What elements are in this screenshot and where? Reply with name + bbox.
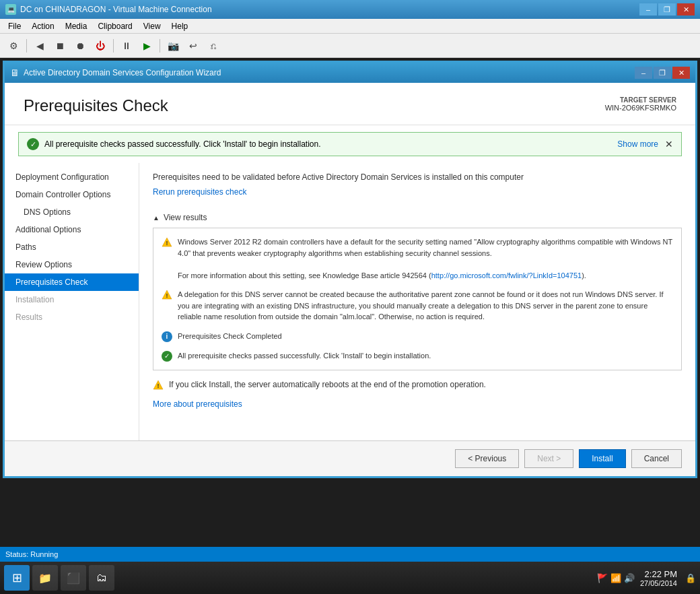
result-text-success: All prerequisite checks passed successfu… xyxy=(178,350,673,362)
svg-text:!: ! xyxy=(166,240,168,246)
tray-network-icon[interactable]: 📶 xyxy=(610,573,621,583)
warning-icon-2: ! xyxy=(162,290,172,300)
wizard-container: 🖥 Active Directory Domain Services Confi… xyxy=(3,61,697,478)
wizard-close-button[interactable]: ✕ xyxy=(672,67,690,79)
vm-icon: 💻 xyxy=(5,4,16,15)
result-item-warning-1: ! Windows Server 2012 R2 domain controll… xyxy=(162,236,673,281)
result-text-warning-2: A delegation for this DNS server cannot … xyxy=(178,289,673,323)
tool-revert[interactable]: ⎌ xyxy=(204,36,223,55)
system-tray: 🚩 📶 🔊 xyxy=(597,573,635,583)
info-icon: i xyxy=(162,331,172,342)
chevron-icon: ▲ xyxy=(153,214,160,222)
tray-volume-icon[interactable]: 🔊 xyxy=(624,573,635,583)
bottom-warning: ! If you click Install, the server autom… xyxy=(153,380,682,393)
target-server-name: WIN-2O69KFSRMKO xyxy=(605,104,676,112)
cancel-button[interactable]: Cancel xyxy=(631,449,682,468)
tool-snapshot[interactable]: 📷 xyxy=(164,36,182,55)
taskbar: ⊞ 📁 ⬛ 🗂 🚩 📶 🔊 2:22 PM 27/05/2014 🔒 xyxy=(0,562,700,594)
previous-button[interactable]: < Previous xyxy=(455,449,519,468)
rerun-link[interactable]: Rerun prerequisites check xyxy=(153,187,246,197)
nav-deployment-config[interactable]: Deployment Configuration xyxy=(5,168,139,186)
bottom-warning-text: If you click Install, the server automat… xyxy=(169,380,486,389)
tool-undo[interactable]: ↩ xyxy=(184,36,203,55)
vm-restore-button[interactable]: ❐ xyxy=(658,3,676,15)
tool-pause[interactable]: ⏸ xyxy=(117,36,136,55)
tool-stop[interactable]: ⏹ xyxy=(50,36,69,55)
install-button[interactable]: Install xyxy=(579,449,625,468)
warning-icon-1: ! xyxy=(162,237,172,248)
target-server-info: TARGET SERVER WIN-2O69KFSRMKO xyxy=(605,96,676,112)
tool-play[interactable]: ▶ xyxy=(137,36,156,55)
page-title: Prerequisites Check xyxy=(24,96,168,115)
alert-message: All prerequisite checks passed successfu… xyxy=(44,139,321,149)
alert-check-icon: ✓ xyxy=(27,138,39,150)
toolbar-separator-1 xyxy=(26,39,27,53)
content-area: Deployment Configuration Domain Controll… xyxy=(5,163,695,440)
nav-review-options[interactable]: Review Options xyxy=(5,256,139,273)
taskbar-folder-icon[interactable]: 🗂 xyxy=(89,565,114,591)
clock-time: 2:22 PM xyxy=(640,569,677,579)
taskbar-right: 🚩 📶 🔊 2:22 PM 27/05/2014 🔒 xyxy=(597,569,696,587)
menu-help[interactable]: Help xyxy=(166,20,194,32)
menu-media[interactable]: Media xyxy=(60,20,93,32)
taskbar-explorer-icon[interactable]: 📁 xyxy=(32,565,58,591)
status-text: Status: Running xyxy=(5,550,58,558)
vm-titlebar: 💻 DC on CHINADRAGON - Virtual Machine Co… xyxy=(0,0,700,19)
tool-record[interactable]: ⏺ xyxy=(71,36,90,55)
left-nav: Deployment Configuration Domain Controll… xyxy=(5,163,139,440)
menu-file[interactable]: File xyxy=(3,20,26,32)
wizard-title-icon: 🖥 xyxy=(10,67,20,78)
menu-view[interactable]: View xyxy=(138,20,166,32)
menu-action[interactable]: Action xyxy=(26,20,59,32)
wizard-titlebar: 🖥 Active Directory Domain Services Confi… xyxy=(5,63,695,83)
menu-clipboard[interactable]: Clipboard xyxy=(92,20,137,32)
wizard-title: Active Directory Domain Services Configu… xyxy=(24,68,221,77)
show-more-link[interactable]: Show more xyxy=(617,139,658,149)
status-bar: Status: Running xyxy=(0,547,700,562)
nav-domain-controller-options[interactable]: Domain Controller Options xyxy=(5,186,139,203)
nav-additional-options[interactable]: Additional Options xyxy=(5,221,139,238)
tray-lock-icon[interactable]: 🔒 xyxy=(685,573,696,583)
toolbar-separator-2 xyxy=(113,39,114,53)
next-button: Next > xyxy=(524,449,573,468)
tool-back[interactable]: ◀ xyxy=(30,36,49,55)
svg-text:!: ! xyxy=(158,383,160,389)
toolbar: ⚙ ◀ ⏹ ⏺ ⏻ ⏸ ▶ 📷 ↩ ⎌ xyxy=(0,34,700,58)
right-content: Prerequisites need to be validated befor… xyxy=(139,163,695,440)
vm-title: DC on CHINADRAGON - Virtual Machine Conn… xyxy=(20,5,212,14)
wizard-footer: < Previous Next > Install Cancel xyxy=(5,440,695,476)
result-item-success: ✓ All prerequisite checks passed success… xyxy=(162,350,673,362)
start-button[interactable]: ⊞ xyxy=(4,565,30,591)
tool-settings[interactable]: ⚙ xyxy=(4,36,23,55)
kb-link[interactable]: http://go.microsoft.com/fwlink/?LinkId=1… xyxy=(431,271,582,279)
taskbar-terminal-icon[interactable]: ⬛ xyxy=(61,565,86,591)
vm-minimize-button[interactable]: – xyxy=(639,3,657,15)
taskbar-left: ⊞ 📁 ⬛ 🗂 xyxy=(4,565,114,591)
nav-results: Results xyxy=(5,308,139,326)
wizard-restore-button[interactable]: ❐ xyxy=(654,67,671,79)
clock[interactable]: 2:22 PM 27/05/2014 xyxy=(640,569,677,587)
alert-bar: ✓ All prerequisite checks passed success… xyxy=(18,132,682,156)
wizard-body: Prerequisites Check TARGET SERVER WIN-2O… xyxy=(5,83,695,476)
result-text-info: Prerequisites Check Completed xyxy=(178,331,673,342)
toolbar-separator-3 xyxy=(160,39,160,53)
page-header: Prerequisites Check TARGET SERVER WIN-2O… xyxy=(5,83,695,125)
success-icon: ✓ xyxy=(162,351,172,362)
alert-close-icon[interactable]: ✕ xyxy=(665,139,673,150)
more-about-prerequisites-link[interactable]: More about prerequisites xyxy=(153,399,242,409)
menu-bar: File Action Media Clipboard View Help xyxy=(0,19,700,34)
tray-flag-icon[interactable]: 🚩 xyxy=(597,573,608,583)
results-box: ! Windows Server 2012 R2 domain controll… xyxy=(153,228,682,370)
result-item-warning-2: ! A delegation for this DNS server canno… xyxy=(162,289,673,323)
result-item-info: i Prerequisites Check Completed xyxy=(162,331,673,342)
nav-dns-options[interactable]: DNS Options xyxy=(5,203,139,221)
view-results-label: View results xyxy=(164,213,207,222)
nav-prerequisites-check[interactable]: Prerequisites Check xyxy=(5,273,139,291)
vm-close-button[interactable]: ✕ xyxy=(677,3,695,15)
nav-paths[interactable]: Paths xyxy=(5,238,139,256)
clock-date: 27/05/2014 xyxy=(640,579,677,587)
view-results-header[interactable]: ▲ View results xyxy=(153,213,682,222)
tool-power[interactable]: ⏻ xyxy=(91,36,110,55)
wizard-minimize-button[interactable]: – xyxy=(635,67,652,79)
bottom-warning-icon: ! xyxy=(153,380,164,393)
